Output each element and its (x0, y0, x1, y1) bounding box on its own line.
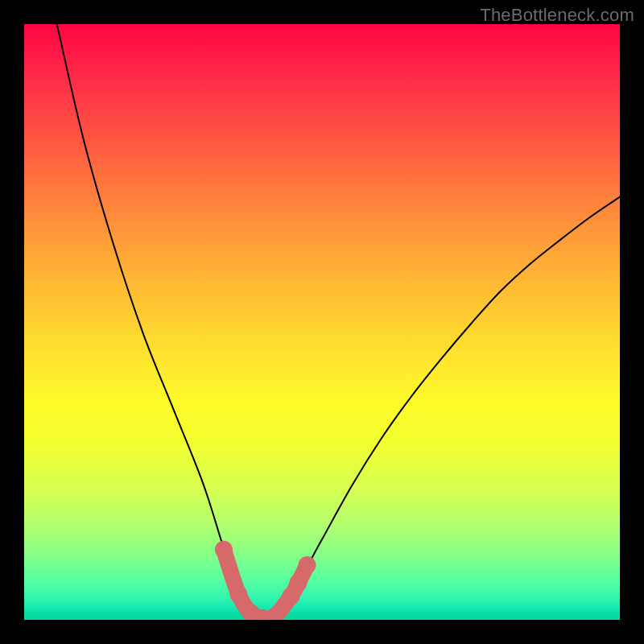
chart-svg (24, 24, 620, 620)
marker-dot (299, 556, 316, 574)
marker-dot (215, 541, 233, 559)
plot-area (24, 24, 620, 620)
bottleneck-curve (57, 24, 620, 620)
curve-layer (57, 24, 620, 620)
watermark-text: TheBottleneck.com (480, 5, 634, 26)
marker-dot (289, 574, 307, 592)
marker-dot (229, 585, 247, 603)
chart-frame: TheBottleneck.com (0, 0, 644, 644)
marker-layer (215, 541, 316, 620)
